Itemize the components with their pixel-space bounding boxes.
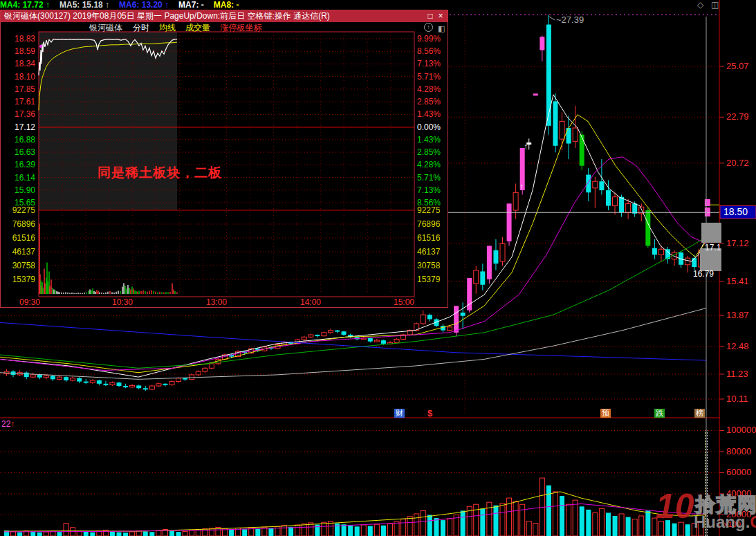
volume-bar xyxy=(580,506,584,536)
ma-label: MA4: 17.72 ↑ xyxy=(0,0,50,10)
candle-body xyxy=(580,135,584,166)
candle-body xyxy=(381,340,386,344)
candle-body xyxy=(136,385,141,388)
candle-body xyxy=(540,37,544,50)
svg-text:~27.39: ~27.39 xyxy=(556,15,584,25)
candle-body xyxy=(421,315,425,324)
candle-body xyxy=(64,377,68,380)
price-axis-label: 17.12 xyxy=(1,123,35,131)
candle-body xyxy=(546,25,551,126)
time-axis-label: 13:00 xyxy=(206,297,227,307)
candle-body xyxy=(84,382,89,383)
candle-body xyxy=(302,337,306,340)
volume-bar xyxy=(566,504,571,536)
ma-label: MA7: - xyxy=(178,0,204,10)
candle-body xyxy=(487,246,492,279)
candle-body xyxy=(599,181,604,190)
volume-axis-label: 30758 xyxy=(417,261,440,270)
candle-body xyxy=(474,270,479,284)
split-panel-icon[interactable]: ◫ xyxy=(711,0,719,10)
volume-bar xyxy=(156,530,161,536)
percent-axis-label: 7.13% xyxy=(417,59,441,68)
candle-body xyxy=(480,271,485,284)
volume-gridlines: 10000080000600004000020000 xyxy=(0,425,756,519)
intraday-popup-window[interactable]: 银河磁体(300127) 2019年08月05日 星期一 PageUp/Down… xyxy=(0,10,448,308)
money-event-icon[interactable]: $ xyxy=(426,409,434,418)
volume-bar xyxy=(448,519,452,536)
volume-bar xyxy=(183,531,187,536)
drop-alert-icon[interactable]: 跌 xyxy=(654,409,665,418)
candle-body xyxy=(394,340,399,343)
candle-body xyxy=(692,258,697,267)
volume-bar xyxy=(77,531,82,536)
volume-axis-label: 46137 xyxy=(417,248,440,256)
ma-label: MA5: 15.18 ↑ xyxy=(59,0,109,10)
volume-bar xyxy=(461,510,465,536)
volume-bar xyxy=(229,530,234,536)
candle-body xyxy=(190,375,194,379)
gray-box-price-label: 17.1 xyxy=(705,243,721,252)
candle-body xyxy=(619,197,624,213)
percent-axis-label: 2.85% xyxy=(417,148,441,156)
candle-body xyxy=(573,128,578,141)
candle-body xyxy=(156,384,161,386)
candle-body xyxy=(196,371,201,375)
candle-body xyxy=(335,331,340,332)
volume-bar xyxy=(123,533,128,536)
price-axis-label: 15.41 xyxy=(726,276,749,286)
price-axis-label: 25.07 xyxy=(726,61,749,71)
candle-body xyxy=(90,380,95,382)
percent-axis-label: 7.13% xyxy=(417,186,441,194)
volume-bar xyxy=(513,501,518,536)
price-axis-label: 17.85 xyxy=(1,85,35,93)
intraday-volume-bars xyxy=(39,224,177,294)
ma-label: MA8: - xyxy=(214,0,239,10)
candle-body xyxy=(50,376,55,380)
percent-axis-label: 1.43% xyxy=(417,136,441,144)
volume-bar xyxy=(546,486,551,536)
candle-body xyxy=(652,248,657,255)
price-axis-label: 11.23 xyxy=(726,369,748,379)
forecast-icon[interactable]: 预 xyxy=(600,409,611,418)
candle-body xyxy=(493,250,498,264)
volume-bar xyxy=(37,533,42,536)
candle-body xyxy=(77,378,82,382)
intraday-chart-svg xyxy=(1,10,448,307)
time-axis-label: 15:00 xyxy=(394,297,414,307)
price-axis-label: 22.79 xyxy=(726,111,749,122)
volume-bar xyxy=(500,503,505,536)
volume-axis-label: 61516 xyxy=(1,234,35,242)
volume-bar xyxy=(302,524,306,536)
finance-news-icon[interactable]: 财 xyxy=(394,409,405,418)
candle-body xyxy=(500,243,505,261)
volume-bar xyxy=(434,518,439,536)
ranking-icon[interactable]: 榜 xyxy=(694,409,705,418)
volume-bar xyxy=(90,533,95,536)
price-axis-label: 18.10 xyxy=(1,73,35,81)
percent-axis-label: 4.28% xyxy=(417,160,441,169)
volume-bar xyxy=(355,526,360,536)
watermark-logo: 10 xyxy=(656,489,694,524)
volume-bar xyxy=(401,519,406,536)
volume-bar xyxy=(599,508,604,536)
candle-body xyxy=(626,203,631,212)
candle-body xyxy=(149,386,154,389)
volume-bar xyxy=(526,521,531,536)
price-axis-label: 16.39 xyxy=(1,160,35,169)
percent-axis-label: 8.56% xyxy=(417,47,441,55)
ma-legend-bar: MA4: 17.72 ↑MA5: 15.18 ↑MA6: 13.20 ↑MA7:… xyxy=(0,0,756,10)
candle-body xyxy=(110,382,115,385)
volume-bar xyxy=(619,514,624,536)
price-axis-label: 13.87 xyxy=(726,310,749,320)
current-price-tag-text: 18.50 xyxy=(723,206,748,217)
price-axis-label: 17.12 xyxy=(726,238,749,248)
volume-bar xyxy=(586,510,591,536)
volume-bar xyxy=(17,533,22,536)
volume-bar xyxy=(394,521,399,536)
diamond-icon[interactable]: ◇ xyxy=(697,0,703,10)
volume-axis-label: 76896 xyxy=(417,220,440,228)
percent-axis-label: 4.28% xyxy=(417,85,441,93)
candle-body xyxy=(461,313,465,316)
percent-axis-label: 5.71% xyxy=(417,174,441,182)
candle-body xyxy=(123,386,128,387)
